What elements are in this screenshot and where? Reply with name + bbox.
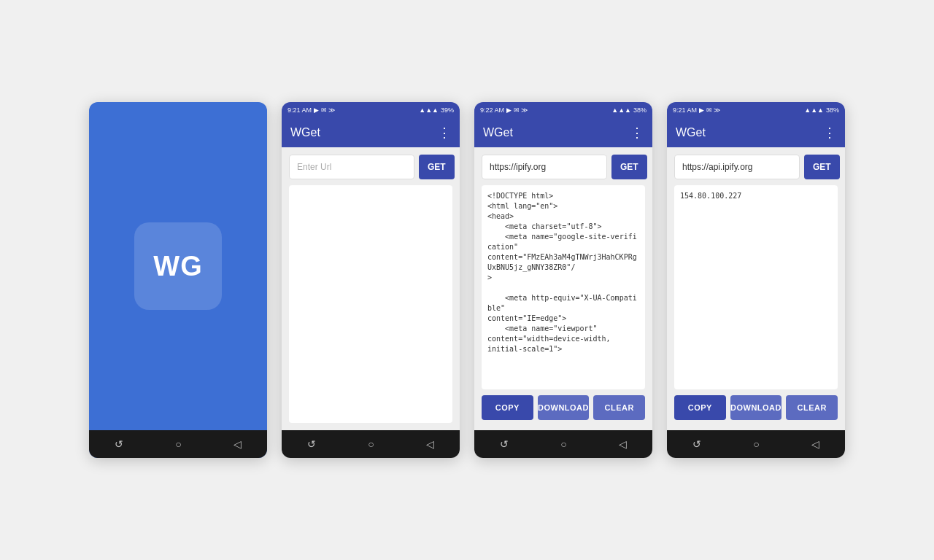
clear-button-3[interactable]: CLEAR (786, 395, 838, 420)
copy-button-3[interactable]: COPY (674, 395, 726, 420)
nav-home-1[interactable]: ○ (368, 438, 374, 450)
splash-logo: WG (134, 222, 222, 310)
splash-screen: WG ↺ ○ ◁ (89, 102, 267, 458)
screen3: 9:21 AM ▶ ✉ ≫ ▲▲▲ 38% WGet ⋮ GET 154.80.… (667, 102, 845, 458)
url-input-3[interactable] (674, 155, 800, 179)
status-time-1: 9:21 AM (287, 106, 312, 114)
nav-bar-1: ↺ ○ ◁ (282, 430, 460, 458)
status-time-3: 9:21 AM (673, 106, 697, 114)
splash-nav-bar: ↺ ○ ◁ (89, 430, 267, 458)
splash-content: WG (89, 102, 267, 430)
status-right-2: ▲▲▲ 38% (611, 106, 647, 114)
get-button-2[interactable]: GET (611, 155, 647, 179)
action-buttons-2: COPY DOWNLOAD CLEAR (482, 395, 645, 423)
get-button-3[interactable]: GET (804, 155, 840, 179)
content-1: GET (282, 147, 460, 430)
clear-button-2[interactable]: CLEAR (593, 395, 645, 420)
toolbar-1: WGet ⋮ (282, 118, 460, 147)
nav-back-icon[interactable]: ↺ (115, 438, 123, 450)
status-battery-1: 39% (441, 106, 454, 114)
nav-home-2[interactable]: ○ (560, 438, 566, 450)
url-input-1[interactable] (289, 155, 414, 179)
app-title-1: WGet (290, 126, 320, 139)
status-signal-1: ▲▲▲ (419, 106, 439, 114)
status-icons-1: ▶ ✉ ≫ (314, 106, 335, 114)
screen1: 9:21 AM ▶ ✉ ≫ ▲▲▲ 39% WGet ⋮ GET ↺ ○ ◁ (282, 102, 460, 458)
app-title-3: WGet (676, 126, 706, 139)
get-button-1[interactable]: GET (419, 155, 455, 179)
url-row-2: GET (482, 155, 645, 179)
status-time-2: 9:22 AM (480, 106, 504, 114)
status-bar-2: 9:22 AM ▶ ✉ ≫ ▲▲▲ 38% (474, 102, 652, 118)
nav-recent-3[interactable]: ◁ (811, 438, 819, 450)
nav-home-icon[interactable]: ○ (175, 438, 181, 450)
download-button-3[interactable]: DOWNLOAD (730, 395, 782, 420)
menu-icon-3[interactable]: ⋮ (823, 125, 836, 141)
nav-back-2[interactable]: ↺ (500, 438, 509, 450)
phone-container: WG ↺ ○ ◁ 9:21 AM ▶ ✉ ≫ ▲▲▲ 39% WGet ⋮ (89, 102, 845, 458)
nav-back-3[interactable]: ↺ (692, 438, 701, 450)
nav-recent-2[interactable]: ◁ (619, 438, 627, 450)
url-row-3: GET (674, 155, 838, 179)
status-left-2: 9:22 AM ▶ ✉ ≫ (480, 106, 528, 114)
nav-recent-icon[interactable]: ◁ (234, 438, 242, 450)
url-row-1: GET (289, 155, 452, 179)
status-icons-2: ▶ ✉ ≫ (506, 106, 528, 114)
logo-text: WG (153, 251, 202, 282)
content-2: GET <!DOCTYPE html> <html lang="en"> <he… (474, 147, 652, 430)
nav-home-3[interactable]: ○ (753, 438, 759, 450)
screen2: 9:22 AM ▶ ✉ ≫ ▲▲▲ 38% WGet ⋮ GET <!DOCTY… (474, 102, 652, 458)
response-area-1 (289, 185, 452, 423)
menu-icon-1[interactable]: ⋮ (438, 125, 451, 141)
nav-back-1[interactable]: ↺ (307, 438, 316, 450)
status-left-1: 9:21 AM ▶ ✉ ≫ (287, 106, 335, 114)
status-battery-3: 38% (826, 106, 839, 114)
status-signal-3: ▲▲▲ (804, 106, 824, 114)
response-area-3: 154.80.100.227 (674, 185, 838, 389)
content-3: GET 154.80.100.227 COPY DOWNLOAD CLEAR (667, 147, 845, 430)
status-left-3: 9:21 AM ▶ ✉ ≫ (673, 106, 720, 114)
menu-icon-2[interactable]: ⋮ (630, 125, 644, 141)
toolbar-2: WGet ⋮ (474, 118, 652, 147)
status-signal-2: ▲▲▲ (611, 106, 631, 114)
status-bar-3: 9:21 AM ▶ ✉ ≫ ▲▲▲ 38% (667, 102, 845, 118)
url-input-2[interactable] (482, 155, 607, 179)
status-right-3: ▲▲▲ 38% (804, 106, 839, 114)
action-buttons-3: COPY DOWNLOAD CLEAR (674, 395, 838, 423)
response-area-2: <!DOCTYPE html> <html lang="en"> <head> … (482, 185, 645, 389)
app-title-2: WGet (483, 126, 513, 139)
status-bar-1: 9:21 AM ▶ ✉ ≫ ▲▲▲ 39% (282, 102, 460, 118)
status-icons-3: ▶ ✉ ≫ (699, 106, 720, 114)
nav-recent-1[interactable]: ◁ (426, 438, 434, 450)
copy-button-2[interactable]: COPY (482, 395, 533, 420)
status-right-1: ▲▲▲ 39% (419, 106, 454, 114)
status-battery-2: 38% (633, 106, 647, 114)
toolbar-3: WGet ⋮ (667, 118, 845, 147)
nav-bar-2: ↺ ○ ◁ (474, 430, 652, 458)
download-button-2[interactable]: DOWNLOAD (538, 395, 590, 420)
nav-bar-3: ↺ ○ ◁ (667, 430, 845, 458)
